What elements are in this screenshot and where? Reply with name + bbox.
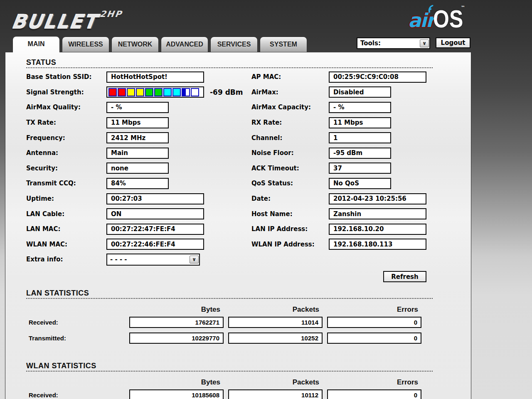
tab-system[interactable]: SYSTEM <box>260 37 307 52</box>
field-row-airmax-capacity: AirMax Capacity: - % <box>251 100 434 115</box>
host-name-value: Zanshin <box>329 208 426 219</box>
field-row-lan-cable: LAN Cable: ON <box>26 206 251 222</box>
ap-mac-value: 00:25:9C:C9:C0:08 <box>329 71 426 83</box>
content-panel: STATUS Base Station SSID: HotHotHotSpot!… <box>5 52 471 399</box>
field-row-ack-timeout: ACK Timeout: 37 <box>251 161 434 176</box>
refresh-button[interactable]: Refresh <box>383 271 426 282</box>
ap-mac-label: AP MAC: <box>251 73 329 81</box>
signal-dbm-readout: -69 dBm <box>210 88 243 96</box>
field-row-airmax: AirMax: Disabled <box>251 85 434 100</box>
host-name-label: Host Name: <box>251 210 329 218</box>
wlan-received-packets: 10112 <box>228 389 323 399</box>
col-header-errors: Errors <box>327 305 421 314</box>
signal-square <box>163 88 172 96</box>
airos-trademark: ™ <box>461 5 465 10</box>
lan-transmitted-row: Transmitted: 10229770 10252 0 <box>5 330 471 345</box>
extra-info-select[interactable]: - - - - ∨ <box>106 254 200 266</box>
wlan-received-errors: 0 <box>327 389 421 399</box>
field-row-security: Security: none <box>26 161 251 176</box>
section-divider <box>26 298 433 299</box>
ssid-label: Base Station SSID: <box>26 73 106 81</box>
tab-advanced[interactable]: ADVANCED <box>161 37 208 52</box>
field-row-ssid: Base Station SSID: HotHotHotSpot! <box>26 69 251 85</box>
lan-statistics-section: LAN STATISTICS Bytes Packets Errors Rece… <box>5 288 471 345</box>
wlan-received-bytes: 10185608 <box>129 389 224 399</box>
lan-received-errors: 0 <box>327 317 421 328</box>
tools-select[interactable]: Tools: ∨ <box>357 37 430 49</box>
logout-button[interactable]: Logout <box>436 37 470 48</box>
wlan-stats-header-row: Bytes Packets Errors <box>5 378 471 387</box>
field-row-signal-strength: Signal Strength: -69 dBm <box>26 85 251 100</box>
lan-mac-value: 00:27:22:47:FE:F4 <box>106 224 204 235</box>
lan-ip-value: 192.168.10.20 <box>329 224 426 235</box>
tab-main[interactable]: MAIN <box>12 36 60 52</box>
ack-timeout-value: 37 <box>329 163 391 174</box>
field-row-frequency: Frequency: 2412 MHz <box>26 130 251 145</box>
lan-cable-label: LAN Cable: <box>26 210 106 218</box>
tab-network[interactable]: NETWORK <box>111 37 159 52</box>
noise-floor-label: Noise Floor: <box>251 149 329 157</box>
col-header-bytes: Bytes <box>129 305 224 314</box>
status-form: Base Station SSID: HotHotHotSpot! Signal… <box>5 69 471 286</box>
tools-select-value: Tools: <box>357 39 419 47</box>
bullet-logo: BULLET2HP <box>10 9 123 33</box>
bullet-model-text: 2HP <box>99 9 123 19</box>
col-header-packets: Packets <box>228 378 323 387</box>
field-row-transmit-ccq: Transmit CCQ: 84% <box>26 176 251 191</box>
wlan-mac-value: 00:27:22:46:FE:F4 <box>106 239 204 250</box>
signal-square <box>172 88 181 96</box>
field-row-ap-mac: AP MAC: 00:25:9C:C9:C0:08 <box>251 69 434 85</box>
lan-stats-header-row: Bytes Packets Errors <box>5 305 471 314</box>
airmax-quality-label: AirMax Quality: <box>26 103 106 111</box>
signal-square <box>191 88 199 96</box>
field-row-rx-rate: RX Rate: 11 Mbps <box>251 115 434 131</box>
extra-info-label: Extra info: <box>26 256 106 263</box>
airmax-quality-value: - % <box>106 102 169 113</box>
field-row-qos-status: QoS Status: No QoS <box>251 176 434 191</box>
lan-statistics-title: LAN STATISTICS <box>26 288 471 298</box>
field-row-lan-mac: LAN MAC: 00:27:22:47:FE:F4 <box>26 222 251 237</box>
field-row-date: Date: 2012-04-23 10:25:56 <box>251 191 434 207</box>
wlan-statistics-title: WLAN STATISTICS <box>26 361 471 370</box>
field-row-tx-rate: TX Rate: 11 Mbps <box>26 115 251 131</box>
frequency-value: 2412 MHz <box>106 132 169 143</box>
field-row-extra-info: Extra info: - - - - ∨ <box>26 252 251 267</box>
airos-main-page: BULLET2HP air OS ™ MAIN WIRELESS NETWORK… <box>0 0 532 399</box>
signal-square <box>108 88 117 96</box>
status-section-title: STATUS <box>26 58 471 67</box>
noise-floor-value: -95 dBm <box>329 148 391 159</box>
wlan-received-row: Received: 10185608 10112 0 <box>5 387 471 399</box>
lan-mac-label: LAN MAC: <box>26 225 106 233</box>
signal-square <box>145 88 153 96</box>
frequency-label: Frequency: <box>26 134 106 142</box>
channel-label: Channel: <box>251 134 329 142</box>
signal-square <box>182 88 190 96</box>
tab-services[interactable]: SERVICES <box>210 37 258 52</box>
field-row-noise-floor: Noise Floor: -95 dBm <box>251 145 434 161</box>
wlan-mac-label: WLAN MAC: <box>26 241 106 248</box>
signal-square <box>127 88 135 96</box>
tab-wireless[interactable]: WIRELESS <box>62 37 109 52</box>
qos-status-label: QoS Status: <box>251 180 329 187</box>
section-divider <box>26 371 433 372</box>
tx-rate-value: 11 Mbps <box>106 117 169 128</box>
airmax-capacity-label: AirMax Capacity: <box>251 103 329 111</box>
field-row-antenna: Antenna: Main <box>26 145 251 161</box>
status-left-column: Base Station SSID: HotHotHotSpot! Signal… <box>26 69 251 267</box>
signal-strength-meter <box>106 86 204 98</box>
status-right-column: AP MAC: 00:25:9C:C9:C0:08 AirMax: Disabl… <box>251 69 434 252</box>
wlan-statistics-section: WLAN STATISTICS Bytes Packets Errors Rec… <box>5 361 471 399</box>
date-label: Date: <box>251 195 329 202</box>
field-row-wlan-mac: WLAN MAC: 00:27:22:46:FE:F4 <box>26 237 251 252</box>
lan-received-row: Received: 1762271 11014 0 <box>5 315 471 330</box>
airos-os-text: OS <box>433 5 463 33</box>
ack-timeout-label: ACK Timeout: <box>251 165 329 172</box>
uptime-value: 00:27:03 <box>106 193 204 204</box>
field-row-uptime: Uptime: 00:27:03 <box>26 191 251 207</box>
lan-received-packets: 11014 <box>228 317 323 328</box>
row-label: Received: <box>29 319 129 326</box>
field-row-wlan-ip: WLAN IP Address: 192.168.180.113 <box>251 237 434 252</box>
security-label: Security: <box>26 165 106 172</box>
ssid-value: HotHotHotSpot! <box>106 71 204 83</box>
tx-rate-label: TX Rate: <box>26 119 106 126</box>
